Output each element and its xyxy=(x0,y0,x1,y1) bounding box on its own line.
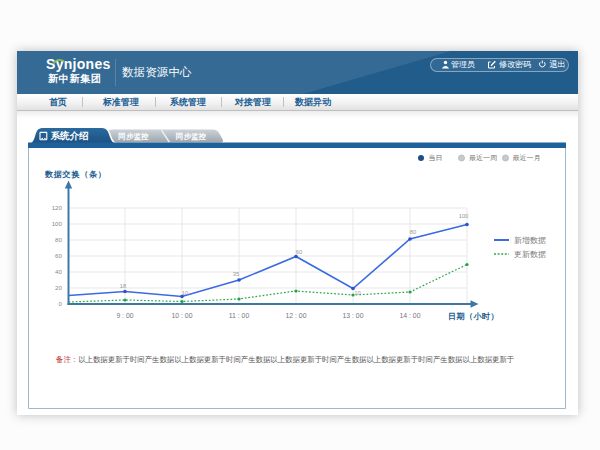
svg-text:10: 10 xyxy=(182,290,188,296)
svg-text:14 : 00: 14 : 00 xyxy=(399,312,420,319)
svg-text:80: 80 xyxy=(410,229,416,235)
svg-text:更新数据: 更新数据 xyxy=(514,250,546,259)
svg-text:10: 10 xyxy=(354,290,360,296)
svg-text:120: 120 xyxy=(52,204,63,211)
svg-text:新增数据: 新增数据 xyxy=(514,236,546,245)
svg-text:数据交换（条）: 数据交换（条） xyxy=(44,170,107,179)
svg-text:13 : 00: 13 : 00 xyxy=(342,312,363,319)
svg-text:系统介绍: 系统介绍 xyxy=(51,130,90,141)
svg-text:12 : 00: 12 : 00 xyxy=(285,312,306,319)
svg-text:18: 18 xyxy=(120,283,126,289)
svg-text:11 : 00: 11 : 00 xyxy=(229,312,250,319)
svg-text:当日: 当日 xyxy=(429,154,443,162)
svg-text:80: 80 xyxy=(55,236,62,243)
svg-text:40: 40 xyxy=(55,268,62,275)
svg-text:0: 0 xyxy=(59,300,63,307)
svg-text:60: 60 xyxy=(55,252,62,259)
svg-text:35: 35 xyxy=(233,271,239,277)
svg-text:同步监控: 同步监控 xyxy=(176,132,207,141)
svg-text:9 : 00: 9 : 00 xyxy=(116,312,133,319)
svg-text:最近一月: 最近一月 xyxy=(513,154,541,162)
svg-text:60: 60 xyxy=(296,249,302,255)
svg-text:同步监控: 同步监控 xyxy=(118,132,149,141)
svg-text:最近一周: 最近一周 xyxy=(469,154,497,161)
svg-text:20: 20 xyxy=(55,284,62,291)
svg-text:100: 100 xyxy=(52,220,63,227)
svg-text:日期（小时）: 日期（小时） xyxy=(448,312,499,321)
svg-text:10 : 00: 10 : 00 xyxy=(171,312,192,319)
svg-text:100: 100 xyxy=(459,213,469,219)
